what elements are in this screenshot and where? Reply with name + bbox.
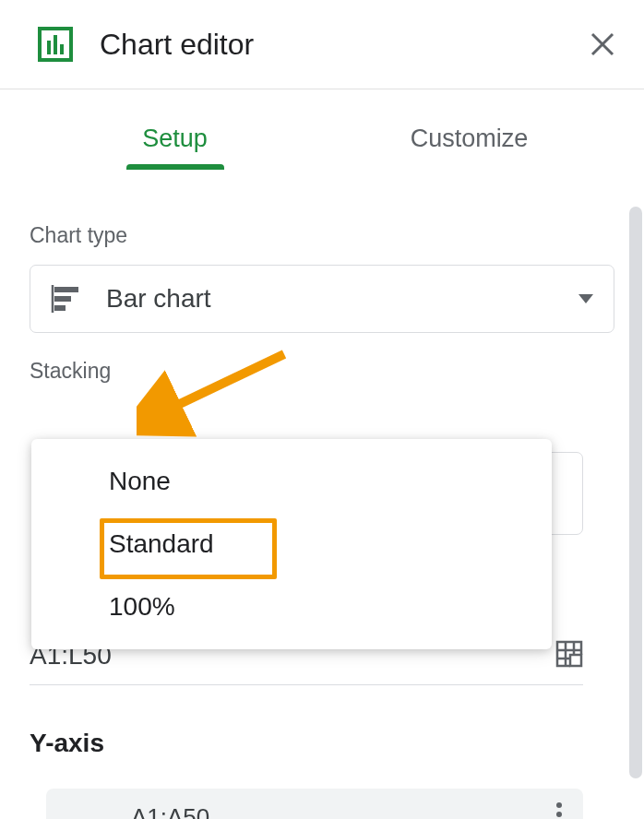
yaxis-row[interactable]: A1:A50 bbox=[46, 789, 583, 819]
chart-type-label: Chart type bbox=[30, 223, 614, 248]
tabs-container: Setup Customize bbox=[0, 125, 644, 170]
editor-header: Chart editor bbox=[0, 0, 644, 89]
chart-icon bbox=[37, 26, 74, 63]
scrollbar[interactable] bbox=[629, 207, 642, 778]
svg-rect-8 bbox=[54, 296, 71, 302]
tab-customize[interactable]: Customize bbox=[322, 125, 616, 170]
svg-point-20 bbox=[556, 802, 562, 808]
stacking-dropdown: None Standard 100% bbox=[31, 439, 552, 649]
more-vert-icon[interactable] bbox=[555, 801, 563, 819]
svg-rect-3 bbox=[60, 44, 64, 54]
svg-rect-1 bbox=[47, 41, 51, 54]
tab-setup[interactable]: Setup bbox=[28, 125, 322, 170]
chart-type-select[interactable]: Bar chart bbox=[30, 265, 614, 333]
svg-marker-10 bbox=[578, 294, 593, 303]
yaxis-label: Y-axis bbox=[30, 729, 104, 758]
panel-title: Chart editor bbox=[100, 28, 589, 62]
grid-select-icon[interactable] bbox=[555, 640, 583, 671]
stacking-label: Stacking bbox=[30, 359, 614, 384]
svg-point-21 bbox=[556, 812, 562, 817]
stacking-option-standard[interactable]: Standard bbox=[31, 513, 552, 576]
close-icon[interactable] bbox=[589, 30, 616, 58]
chart-type-value: Bar chart bbox=[106, 284, 578, 314]
svg-rect-9 bbox=[54, 305, 66, 311]
stacking-option-percent[interactable]: 100% bbox=[31, 576, 552, 638]
stacking-option-none[interactable]: None bbox=[31, 450, 552, 513]
chevron-down-icon bbox=[578, 291, 593, 306]
svg-rect-7 bbox=[54, 287, 78, 292]
bar-chart-icon bbox=[51, 284, 80, 314]
svg-rect-2 bbox=[54, 35, 57, 54]
yaxis-value: A1:A50 bbox=[131, 803, 209, 820]
